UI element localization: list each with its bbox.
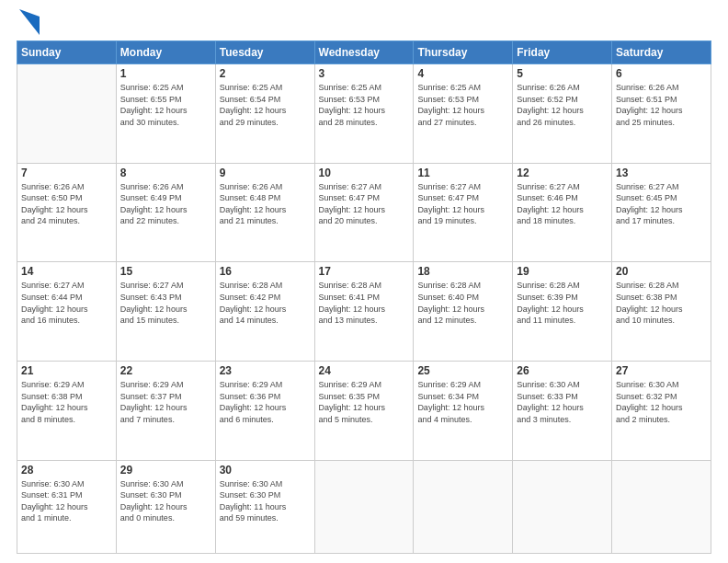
day-info: Sunrise: 6:28 AM Sunset: 6:38 PM Dayligh… [616,280,707,326]
header [17,9,711,35]
day-number: 13 [616,167,707,179]
calendar-cell: 17Sunrise: 6:28 AM Sunset: 6:41 PM Dayli… [314,262,414,362]
calendar-header-tuesday: Tuesday [215,41,314,64]
day-number: 22 [120,364,211,377]
calendar-cell: 15Sunrise: 6:27 AM Sunset: 6:43 PM Dayli… [116,262,215,362]
day-info: Sunrise: 6:29 AM Sunset: 6:36 PM Dayligh… [220,379,311,425]
day-number: 14 [21,265,112,278]
day-info: Sunrise: 6:25 AM Sunset: 6:53 PM Dayligh… [417,82,508,128]
calendar-header-row: SundayMondayTuesdayWednesdayThursdayFrid… [17,41,711,64]
day-info: Sunrise: 6:27 AM Sunset: 6:47 PM Dayligh… [319,181,410,227]
calendar-week-row: 21Sunrise: 6:29 AM Sunset: 6:38 PM Dayli… [17,362,711,461]
calendar-cell [612,460,711,553]
day-number: 25 [417,364,508,377]
day-number: 10 [319,167,410,179]
day-number: 30 [220,464,311,477]
day-number: 1 [120,67,211,80]
calendar-cell [414,460,513,553]
calendar-cell: 4Sunrise: 6:25 AM Sunset: 6:53 PM Daylig… [414,64,513,164]
day-info: Sunrise: 6:26 AM Sunset: 6:52 PM Dayligh… [517,82,608,128]
logo-icon [19,9,40,35]
day-info: Sunrise: 6:27 AM Sunset: 6:44 PM Dayligh… [21,280,112,326]
day-info: Sunrise: 6:28 AM Sunset: 6:39 PM Dayligh… [517,280,608,326]
day-number: 11 [417,167,508,179]
calendar-cell [314,460,414,553]
calendar-header-sunday: Sunday [17,41,117,64]
calendar-week-row: 7Sunrise: 6:26 AM Sunset: 6:50 PM Daylig… [17,163,711,262]
day-number: 8 [120,167,211,179]
day-info: Sunrise: 6:26 AM Sunset: 6:49 PM Dayligh… [120,181,211,227]
calendar-header-saturday: Saturday [612,41,711,64]
day-number: 6 [616,67,707,80]
day-number: 17 [319,265,410,278]
calendar-header-friday: Friday [513,41,612,64]
page: SundayMondayTuesdayWednesdayThursdayFrid… [0,0,728,563]
day-number: 19 [517,265,608,278]
calendar-cell: 7Sunrise: 6:26 AM Sunset: 6:50 PM Daylig… [17,163,117,262]
day-info: Sunrise: 6:26 AM Sunset: 6:51 PM Dayligh… [616,82,707,128]
day-info: Sunrise: 6:27 AM Sunset: 6:46 PM Dayligh… [517,181,608,227]
day-number: 9 [220,167,311,179]
calendar-cell: 29Sunrise: 6:30 AM Sunset: 6:30 PM Dayli… [116,460,215,553]
day-info: Sunrise: 6:30 AM Sunset: 6:30 PM Dayligh… [120,478,211,524]
calendar-cell: 12Sunrise: 6:27 AM Sunset: 6:46 PM Dayli… [513,163,612,262]
day-info: Sunrise: 6:28 AM Sunset: 6:40 PM Dayligh… [417,280,508,326]
day-info: Sunrise: 6:25 AM Sunset: 6:53 PM Dayligh… [319,82,410,128]
calendar-cell [513,460,612,553]
day-number: 29 [120,464,211,477]
calendar-cell: 24Sunrise: 6:29 AM Sunset: 6:35 PM Dayli… [314,362,414,461]
day-number: 4 [417,67,508,80]
day-number: 26 [517,364,608,377]
calendar-cell: 22Sunrise: 6:29 AM Sunset: 6:37 PM Dayli… [116,362,215,461]
calendar-cell: 3Sunrise: 6:25 AM Sunset: 6:53 PM Daylig… [314,64,414,164]
day-info: Sunrise: 6:27 AM Sunset: 6:43 PM Dayligh… [120,280,211,326]
calendar-header-wednesday: Wednesday [314,41,414,64]
day-number: 18 [417,265,508,278]
calendar-header-monday: Monday [116,41,215,64]
day-info: Sunrise: 6:26 AM Sunset: 6:50 PM Dayligh… [21,181,112,227]
calendar-week-row: 14Sunrise: 6:27 AM Sunset: 6:44 PM Dayli… [17,262,711,362]
calendar-cell: 28Sunrise: 6:30 AM Sunset: 6:31 PM Dayli… [17,460,117,553]
calendar-cell: 16Sunrise: 6:28 AM Sunset: 6:42 PM Dayli… [215,262,314,362]
calendar-cell: 18Sunrise: 6:28 AM Sunset: 6:40 PM Dayli… [414,262,513,362]
day-number: 5 [517,67,608,80]
calendar-cell [17,64,117,164]
day-info: Sunrise: 6:28 AM Sunset: 6:42 PM Dayligh… [220,280,311,326]
day-info: Sunrise: 6:27 AM Sunset: 6:47 PM Dayligh… [417,181,508,227]
day-number: 16 [220,265,311,278]
day-number: 15 [120,265,211,278]
calendar-cell: 5Sunrise: 6:26 AM Sunset: 6:52 PM Daylig… [513,64,612,164]
day-number: 21 [21,364,112,377]
calendar-cell: 23Sunrise: 6:29 AM Sunset: 6:36 PM Dayli… [215,362,314,461]
logo [17,13,40,35]
day-number: 20 [616,265,707,278]
calendar-cell: 30Sunrise: 6:30 AM Sunset: 6:30 PM Dayli… [215,460,314,553]
day-number: 28 [21,464,112,477]
calendar-cell: 1Sunrise: 6:25 AM Sunset: 6:55 PM Daylig… [116,64,215,164]
day-number: 7 [21,167,112,179]
day-info: Sunrise: 6:29 AM Sunset: 6:37 PM Dayligh… [120,379,211,425]
calendar-cell: 21Sunrise: 6:29 AM Sunset: 6:38 PM Dayli… [17,362,117,461]
calendar-cell: 14Sunrise: 6:27 AM Sunset: 6:44 PM Dayli… [17,262,117,362]
calendar-cell: 2Sunrise: 6:25 AM Sunset: 6:54 PM Daylig… [215,64,314,164]
day-info: Sunrise: 6:29 AM Sunset: 6:38 PM Dayligh… [21,379,112,425]
day-info: Sunrise: 6:27 AM Sunset: 6:45 PM Dayligh… [616,181,707,227]
calendar-cell: 19Sunrise: 6:28 AM Sunset: 6:39 PM Dayli… [513,262,612,362]
calendar-cell: 10Sunrise: 6:27 AM Sunset: 6:47 PM Dayli… [314,163,414,262]
calendar-table: SundayMondayTuesdayWednesdayThursdayFrid… [17,40,711,554]
day-number: 2 [220,67,311,80]
day-number: 3 [319,67,410,80]
calendar-cell: 13Sunrise: 6:27 AM Sunset: 6:45 PM Dayli… [612,163,711,262]
day-info: Sunrise: 6:25 AM Sunset: 6:54 PM Dayligh… [220,82,311,128]
calendar-cell: 26Sunrise: 6:30 AM Sunset: 6:33 PM Dayli… [513,362,612,461]
calendar-cell: 11Sunrise: 6:27 AM Sunset: 6:47 PM Dayli… [414,163,513,262]
day-number: 12 [517,167,608,179]
day-number: 27 [616,364,707,377]
day-info: Sunrise: 6:29 AM Sunset: 6:35 PM Dayligh… [319,379,410,425]
day-number: 23 [220,364,311,377]
day-info: Sunrise: 6:30 AM Sunset: 6:33 PM Dayligh… [517,379,608,425]
calendar-cell: 8Sunrise: 6:26 AM Sunset: 6:49 PM Daylig… [116,163,215,262]
day-number: 24 [319,364,410,377]
calendar-header-thursday: Thursday [414,41,513,64]
calendar-cell: 9Sunrise: 6:26 AM Sunset: 6:48 PM Daylig… [215,163,314,262]
